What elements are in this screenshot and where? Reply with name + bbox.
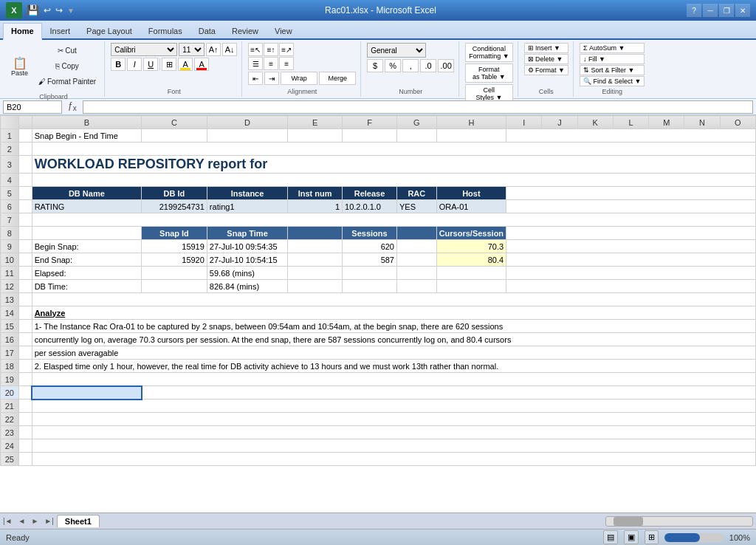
cell-d8[interactable]: Snap Time	[207, 227, 287, 240]
cell-b5[interactable]: DB Name	[32, 187, 141, 200]
font-family-select[interactable]: CalibriArialTimes New Roman	[111, 43, 177, 56]
cut-button[interactable]: ✂ Cut	[35, 43, 100, 58]
cell-a25[interactable]	[18, 453, 32, 466]
fill-color-button[interactable]: A	[178, 58, 193, 71]
cell-h5[interactable]: Host	[436, 187, 506, 200]
cell-a11[interactable]	[18, 267, 32, 280]
cell-i9[interactable]	[506, 240, 756, 253]
cell-d10[interactable]: 27-Jul-10 10:54:15	[207, 253, 287, 267]
increase-font-button[interactable]: A↑	[206, 43, 221, 56]
cell-a7[interactable]	[18, 213, 32, 227]
cell-f12[interactable]	[343, 280, 397, 293]
fill-button[interactable]: ↓ Fill ▼	[580, 54, 645, 64]
cell-g12[interactable]	[396, 280, 436, 293]
col-header-n[interactable]: N	[684, 116, 720, 129]
sheet-nav-first[interactable]: |◄	[0, 515, 16, 527]
wrap-text-button[interactable]: Wrap	[281, 72, 317, 85]
cell-c11[interactable]	[142, 267, 207, 280]
decrease-font-button[interactable]: A↓	[222, 43, 237, 56]
col-header-m[interactable]: M	[649, 116, 684, 129]
font-size-select[interactable]: 1110121416	[179, 43, 205, 56]
col-header-i[interactable]: I	[506, 116, 542, 129]
cell-f6[interactable]: 10.2.0.1.0	[343, 200, 397, 213]
cell-b18[interactable]: 2. Elasped time only 1 hour, however, th…	[32, 360, 755, 373]
cell-b15[interactable]: 1- The Instance Rac Ora-01 to be capture…	[32, 320, 755, 333]
autosum-button[interactable]: Σ AutoSum ▼	[580, 43, 645, 53]
sheet-nav-prev[interactable]: ◄	[16, 515, 29, 527]
comma-button[interactable]: ,	[402, 59, 419, 72]
cell-i10[interactable]	[506, 253, 756, 267]
cell-a6[interactable]	[18, 200, 32, 213]
minimize-button[interactable]: ─	[703, 4, 718, 17]
tab-insert[interactable]: Insert	[42, 23, 79, 38]
sort-filter-button[interactable]: ⇅ Sort & Filter ▼	[580, 65, 645, 75]
cell-c9[interactable]: 15919	[142, 240, 207, 253]
cell-e9[interactable]	[288, 240, 343, 253]
cell-a19[interactable]	[18, 373, 32, 386]
close-button[interactable]: ✕	[735, 4, 750, 17]
cell-a1[interactable]	[18, 129, 32, 143]
cell-c6[interactable]: 2199254731	[142, 200, 207, 213]
cell-g11[interactable]	[396, 267, 436, 280]
cell-b9[interactable]: Begin Snap:	[32, 240, 141, 253]
cell-b4[interactable]	[32, 174, 755, 187]
cell-c20[interactable]	[142, 386, 756, 400]
page-layout-view-button[interactable]: ▣	[624, 530, 639, 544]
align-top-right-button[interactable]: ≡↗	[279, 43, 294, 56]
cell-a9[interactable]	[18, 240, 32, 253]
cell-e6[interactable]: 1	[288, 200, 343, 213]
cell-b11[interactable]: Elapsed:	[32, 267, 141, 280]
cell-f11[interactable]	[343, 267, 397, 280]
cell-e12[interactable]	[288, 280, 343, 293]
cell-i6[interactable]	[506, 200, 756, 213]
zoom-bar[interactable]	[664, 533, 724, 542]
formula-input[interactable]	[83, 100, 753, 114]
cell-f5[interactable]: Release	[343, 187, 397, 200]
cell-a20[interactable]	[18, 386, 32, 400]
cell-d1[interactable]	[207, 129, 287, 143]
cell-b6[interactable]: RATING	[32, 200, 141, 213]
cell-d12[interactable]: 826.84 (mins)	[207, 280, 287, 293]
decrease-decimal-button[interactable]: .0	[420, 59, 436, 72]
cell-h8[interactable]: Cursors/Session	[436, 227, 506, 240]
cell-f9[interactable]: 620	[343, 240, 397, 253]
format-cells-button[interactable]: ⚙ Format ▼	[524, 65, 568, 75]
cell-b12[interactable]: DB Time:	[32, 280, 141, 293]
cell-h1[interactable]	[436, 129, 506, 143]
format-painter-button[interactable]: 🖌 Format Painter	[35, 74, 100, 89]
cell-c5[interactable]: DB Id	[142, 187, 207, 200]
col-header-h[interactable]: H	[436, 116, 506, 129]
sheet-nav-last[interactable]: ►|	[41, 515, 57, 527]
col-header-l[interactable]: L	[613, 116, 648, 129]
quick-redo[interactable]: ↪	[55, 5, 63, 16]
increase-indent-button[interactable]: ⇥	[264, 72, 279, 85]
cell-c1[interactable]	[142, 129, 207, 143]
cell-i8[interactable]	[506, 227, 756, 240]
cell-h11[interactable]	[436, 267, 506, 280]
col-header-a[interactable]	[18, 116, 32, 129]
cell-a15[interactable]	[18, 320, 32, 333]
cell-d11[interactable]: 59.68 (mins)	[207, 267, 287, 280]
align-middle-left-button[interactable]: ☰	[248, 57, 263, 70]
cell-c8[interactable]: Snap Id	[142, 227, 207, 240]
cell-e11[interactable]	[288, 267, 343, 280]
currency-button[interactable]: $	[367, 59, 383, 72]
cell-a17[interactable]	[18, 346, 32, 360]
cell-a16[interactable]	[18, 333, 32, 346]
col-header-f[interactable]: F	[343, 116, 397, 129]
cell-a5[interactable]	[18, 187, 32, 200]
cell-g5[interactable]: RAC	[396, 187, 436, 200]
cell-b1[interactable]: Snap Begin - End Time	[32, 129, 141, 143]
cell-a24[interactable]	[18, 439, 32, 453]
sheet-tab-sheet1[interactable]: Sheet1	[57, 515, 100, 527]
tab-formulas[interactable]: Formulas	[140, 23, 190, 38]
italic-button[interactable]: I	[127, 58, 142, 71]
cell-i11[interactable]	[506, 267, 756, 280]
help-button[interactable]: ?	[687, 4, 701, 17]
cell-c12[interactable]	[142, 280, 207, 293]
cell-b19[interactable]	[32, 373, 755, 386]
col-header-k[interactable]: K	[577, 116, 613, 129]
conditional-formatting-button[interactable]: ConditionalFormatting ▼	[465, 43, 512, 62]
font-color-button[interactable]: A	[194, 58, 209, 71]
quick-save[interactable]: 💾	[27, 4, 39, 16]
